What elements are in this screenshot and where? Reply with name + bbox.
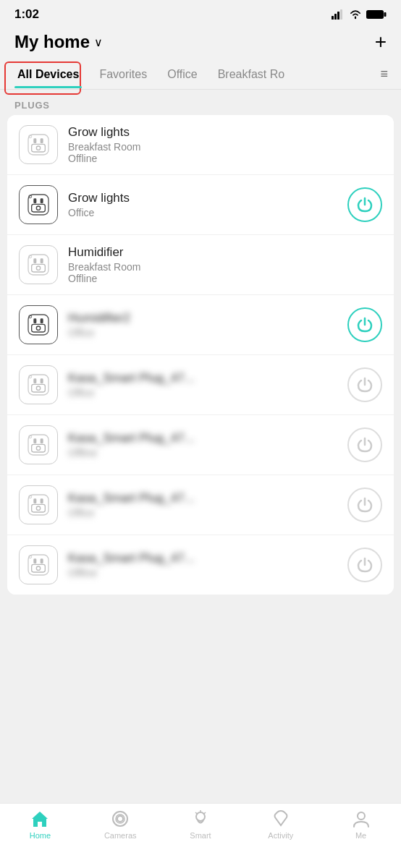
device-name-7: Kasa_Smart Plug_47...	[68, 491, 347, 506]
tab-menu-icon[interactable]: ≡	[374, 59, 394, 89]
device-info-8: Kasa_Smart Plug_47...Offline	[68, 551, 347, 579]
svg-rect-1	[334, 14, 337, 20]
svg-rect-19	[33, 258, 36, 263]
device-item-5[interactable]: Kasa_Smart Plug_47...Office	[7, 355, 394, 415]
svg-rect-37	[33, 438, 36, 443]
svg-rect-0	[332, 16, 334, 20]
device-item-1[interactable]: Grow lightsBreakfast RoomOffline	[7, 115, 394, 175]
tab-favorites[interactable]: Favorites	[89, 61, 157, 88]
device-name-1: Grow lights	[68, 125, 382, 140]
svg-point-10	[36, 146, 40, 150]
battery-icon	[366, 9, 387, 20]
header: My home ∨ +	[0, 26, 401, 59]
svg-rect-2	[337, 12, 339, 20]
device-info-1: Grow lightsBreakfast RoomOffline	[68, 125, 382, 164]
svg-line-60	[204, 812, 206, 814]
device-info-5: Kasa_Smart Plug_47...Office	[68, 371, 347, 399]
device-room-4: Office	[68, 327, 347, 339]
power-button-5[interactable]	[347, 367, 382, 402]
power-button-7[interactable]	[347, 488, 382, 522]
device-status-1: Offline	[68, 153, 382, 164]
power-button-6[interactable]	[347, 427, 382, 462]
device-name-2: Grow lights	[68, 191, 347, 205]
bottom-nav: Home Cameras Smart Activity Me	[0, 803, 401, 868]
svg-rect-31	[33, 378, 36, 383]
device-room-7: Office	[68, 507, 347, 519]
device-info-2: Grow lightsOffice	[68, 191, 347, 218]
device-item-3[interactable]: HumidifierBreakfast RoomOffline	[7, 235, 394, 295]
svg-rect-8	[41, 138, 43, 143]
device-room-6: Offline	[68, 447, 347, 459]
device-icon-2	[19, 185, 58, 224]
svg-rect-49	[33, 558, 36, 563]
header-title[interactable]: My home ∨	[14, 32, 103, 52]
device-room-2: Office	[68, 207, 347, 218]
tab-breakfast-ro[interactable]: Breakfast Ro	[208, 61, 295, 88]
svg-point-16	[36, 206, 40, 210]
smart-icon	[190, 809, 211, 828]
device-icon-7	[19, 485, 58, 524]
svg-point-54	[113, 812, 127, 826]
device-item-7[interactable]: Kasa_Smart Plug_47...Office	[7, 475, 394, 535]
status-bar: 1:02	[0, 0, 401, 26]
cameras-icon	[110, 809, 130, 828]
svg-point-28	[36, 326, 40, 330]
svg-rect-5	[384, 12, 387, 17]
device-item-8[interactable]: Kasa_Smart Plug_47...Offline	[7, 535, 394, 595]
power-button-8[interactable]	[347, 548, 382, 582]
nav-home-label: Home	[30, 831, 51, 840]
svg-rect-7	[33, 138, 36, 143]
device-item-6[interactable]: Kasa_Smart Plug_47...Offline	[7, 415, 394, 475]
tab-office[interactable]: Office	[157, 61, 208, 88]
svg-point-40	[36, 446, 40, 450]
device-info-6: Kasa_Smart Plug_47...Offline	[68, 431, 347, 459]
home-title: My home	[14, 32, 90, 52]
nav-activity-label: Activity	[268, 831, 293, 840]
svg-rect-14	[41, 198, 43, 203]
device-icon-5	[19, 365, 58, 404]
device-item-2[interactable]: Grow lightsOffice	[7, 175, 394, 235]
nav-smart[interactable]: Smart	[161, 809, 241, 840]
svg-rect-50	[41, 558, 43, 563]
section-plugs: PLUGS	[0, 90, 401, 115]
device-name-4: Humidifier2	[68, 311, 347, 326]
svg-rect-4	[366, 10, 384, 19]
svg-line-59	[195, 812, 197, 814]
device-room-1: Breakfast Room	[68, 141, 382, 153]
status-icons	[332, 9, 387, 20]
nav-me[interactable]: Me	[321, 809, 401, 840]
svg-point-22	[36, 266, 40, 270]
power-button-2[interactable]	[347, 187, 382, 222]
device-icon-4	[19, 305, 58, 344]
svg-rect-13	[33, 198, 36, 203]
nav-home[interactable]: Home	[0, 809, 80, 840]
power-button-4[interactable]	[347, 307, 382, 342]
svg-rect-43	[33, 498, 36, 503]
tab-all-devices[interactable]: All Devices	[7, 61, 89, 88]
nav-activity[interactable]: Activity	[240, 809, 321, 840]
activity-icon	[271, 809, 291, 828]
me-icon	[351, 809, 371, 828]
svg-point-57	[196, 812, 205, 821]
svg-rect-20	[41, 258, 43, 263]
status-time: 1:02	[14, 7, 39, 22]
device-room-8: Offline	[68, 567, 347, 579]
device-info-3: HumidifierBreakfast RoomOffline	[68, 245, 382, 284]
signal-icon	[332, 9, 345, 20]
nav-cameras-label: Cameras	[104, 831, 137, 840]
device-icon-1	[19, 125, 58, 164]
svg-rect-32	[41, 378, 43, 383]
device-room-5: Office	[68, 387, 347, 399]
device-name-8: Kasa_Smart Plug_47...	[68, 551, 347, 566]
nav-smart-label: Smart	[190, 831, 211, 840]
device-list: Grow lightsBreakfast RoomOffline Grow li…	[7, 115, 394, 595]
chevron-down-icon[interactable]: ∨	[94, 35, 103, 49]
device-icon-6	[19, 425, 58, 464]
device-item-4[interactable]: Humidifier2Office	[7, 295, 394, 355]
tabs-container: All Devices Favorites Office Breakfast R…	[0, 59, 401, 90]
add-button[interactable]: +	[375, 32, 387, 52]
nav-cameras[interactable]: Cameras	[80, 809, 161, 840]
device-status-3: Offline	[68, 273, 382, 284]
svg-point-61	[358, 812, 365, 820]
device-name-3: Humidifier	[68, 245, 382, 260]
